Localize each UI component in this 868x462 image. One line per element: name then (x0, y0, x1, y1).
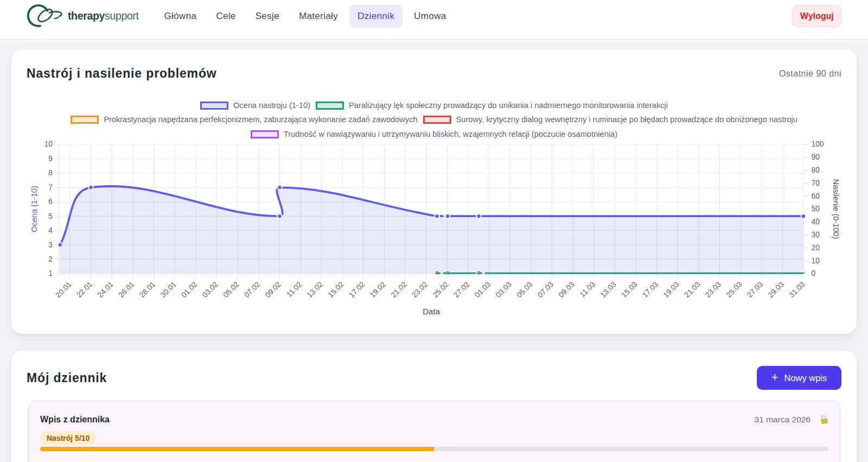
svg-text:24.01: 24.01 (96, 280, 115, 299)
svg-text:07.03: 07.03 (536, 280, 555, 299)
svg-text:22.01: 22.01 (75, 280, 94, 299)
svg-text:05.03: 05.03 (515, 280, 534, 299)
svg-text:15.02: 15.02 (327, 280, 346, 299)
svg-text:10: 10 (44, 140, 53, 148)
svg-text:2: 2 (48, 255, 53, 263)
svg-text:09.03: 09.03 (557, 280, 576, 299)
svg-text:0: 0 (812, 269, 816, 277)
svg-text:27.02: 27.02 (452, 280, 471, 299)
svg-text:6: 6 (48, 198, 53, 206)
svg-text:29.03: 29.03 (767, 280, 786, 299)
svg-text:05.02: 05.02 (222, 280, 241, 299)
svg-text:23.02: 23.02 (410, 280, 429, 299)
svg-text:100: 100 (812, 140, 824, 148)
svg-text:80: 80 (812, 166, 820, 174)
svg-text:8: 8 (48, 169, 53, 177)
svg-text:27.03: 27.03 (745, 280, 764, 299)
svg-text:5: 5 (48, 212, 53, 220)
svg-text:13.02: 13.02 (305, 280, 324, 299)
svg-text:21.03: 21.03 (682, 280, 701, 299)
svg-text:Ocena (1-10): Ocena (1-10) (30, 186, 39, 232)
svg-text:30.01: 30.01 (159, 280, 178, 299)
svg-text:23.03: 23.03 (704, 280, 723, 299)
svg-text:17.02: 17.02 (347, 280, 366, 299)
svg-text:40: 40 (812, 218, 820, 226)
svg-text:03.03: 03.03 (494, 280, 513, 299)
svg-text:70: 70 (812, 179, 820, 187)
svg-text:03.02: 03.02 (201, 280, 220, 299)
svg-text:21.02: 21.02 (390, 280, 409, 299)
svg-text:50: 50 (812, 205, 820, 213)
svg-text:17.03: 17.03 (641, 280, 660, 299)
svg-text:19.02: 19.02 (368, 280, 387, 299)
svg-text:4: 4 (48, 226, 53, 235)
svg-text:20: 20 (812, 244, 820, 252)
svg-text:10: 10 (812, 257, 820, 265)
svg-text:Data: Data (423, 307, 440, 316)
svg-text:31.03: 31.03 (788, 280, 807, 299)
svg-text:13.03: 13.03 (599, 280, 618, 299)
svg-text:90: 90 (812, 153, 820, 161)
svg-text:3: 3 (48, 241, 53, 249)
svg-text:25.02: 25.02 (431, 280, 450, 299)
svg-text:7: 7 (48, 183, 53, 192)
svg-text:30: 30 (812, 231, 820, 239)
svg-text:9: 9 (48, 155, 53, 163)
svg-text:11.03: 11.03 (578, 280, 597, 299)
svg-text:28.01: 28.01 (138, 280, 157, 299)
svg-text:Nasilenie (0-100): Nasilenie (0-100) (832, 179, 840, 239)
svg-text:26.01: 26.01 (117, 280, 136, 299)
svg-text:01.02: 01.02 (180, 280, 199, 299)
svg-text:1: 1 (48, 269, 53, 277)
svg-text:09.02: 09.02 (264, 280, 283, 299)
svg-text:01.03: 01.03 (473, 280, 492, 299)
svg-text:15.03: 15.03 (620, 280, 639, 299)
svg-text:25.03: 25.03 (725, 280, 744, 299)
svg-text:20.01: 20.01 (54, 280, 73, 299)
svg-text:11.02: 11.02 (285, 280, 303, 299)
svg-text:60: 60 (812, 192, 820, 200)
svg-text:07.02: 07.02 (242, 280, 261, 299)
svg-text:19.03: 19.03 (662, 280, 681, 299)
